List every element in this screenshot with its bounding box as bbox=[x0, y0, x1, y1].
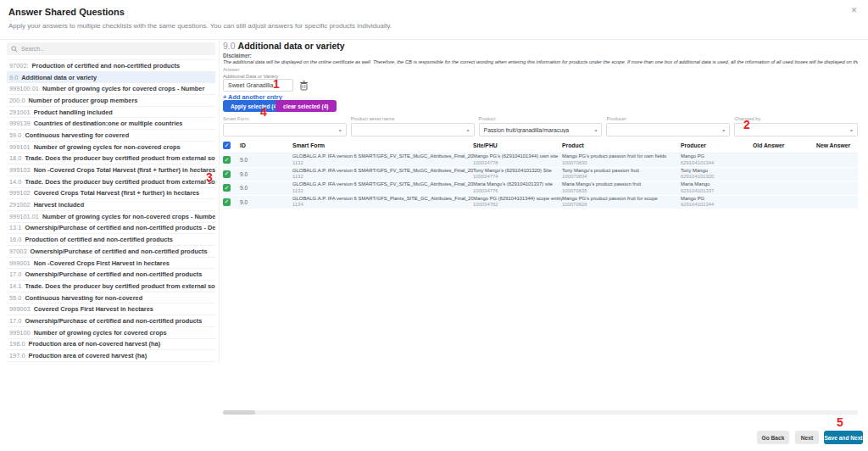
sidebar-question-item[interactable]: 55.0 Continuous harvesting for non-cover… bbox=[7, 292, 215, 304]
question-label: Number of growing cycles for covered cro… bbox=[34, 329, 167, 337]
cell-smart-form: GLOBALG.A.P. IFA version 6 SMART/GFS_FV_… bbox=[292, 168, 473, 174]
sidebar-question-item[interactable]: 13.1 Ownership/Purchase of certified and… bbox=[7, 223, 215, 235]
question-sidebar: 97002: Production of certified and non-c… bbox=[7, 42, 215, 362]
clear-selected-button[interactable]: clear selected (4) bbox=[275, 100, 337, 112]
sidebar-question-item[interactable]: 999102 Covered Crops Total Harvest (firs… bbox=[7, 188, 215, 200]
column-header: Producer bbox=[681, 142, 753, 148]
cell-smart-form-id: 1132 bbox=[292, 188, 473, 194]
sidebar-question-item[interactable]: 999103 Non -Covered Crops Total Harvest … bbox=[7, 164, 215, 176]
question-id: 999101 bbox=[9, 143, 31, 151]
cell-site-id: 100034778 bbox=[473, 160, 562, 166]
cell-producer: Mango PG bbox=[681, 196, 753, 202]
chevron-down-icon: ▾ bbox=[594, 127, 597, 133]
sidebar-question-item[interactable]: 999001 Non -Covered Crops First Harvest … bbox=[7, 258, 215, 270]
question-label: Non -Covered Crops Total Harvest (first … bbox=[34, 166, 215, 174]
cell-producer-id: 629104101344 bbox=[681, 202, 753, 208]
question-id: 13.1 bbox=[9, 224, 21, 231]
filter-select[interactable]: ▾ bbox=[351, 123, 475, 136]
sidebar-question-item[interactable]: 18.0 Trade. Does the producer buy certif… bbox=[7, 153, 215, 165]
next-button[interactable]: Next bbox=[795, 431, 819, 444]
chevron-down-icon: ▾ bbox=[850, 127, 853, 133]
filter-label: Smart Form bbox=[223, 116, 347, 121]
filter-label: Producer bbox=[606, 116, 730, 121]
cell-product: Maria Mango's product passion fruit bbox=[562, 181, 681, 187]
search-box[interactable] bbox=[7, 42, 215, 55]
filter-select[interactable]: ▾ bbox=[734, 123, 858, 136]
main-panel: 9.0Additional data or variety Disclaimer… bbox=[223, 41, 858, 422]
sidebar-question-item[interactable]: 14.0 Trade. Does the producer buy certif… bbox=[7, 176, 215, 188]
row-checkbox[interactable]: ✓ bbox=[223, 198, 231, 206]
sidebar-question-item[interactable]: 999100.01 Number of growing cycles for c… bbox=[7, 83, 215, 95]
annotation-3: 3 bbox=[206, 170, 213, 184]
row-checkbox[interactable]: ✓ bbox=[223, 184, 231, 192]
sidebar-question-item[interactable]: 999139 Countries of destination:one or m… bbox=[7, 118, 215, 130]
question-id: 97003 bbox=[9, 248, 27, 255]
horizontal-scrollbar[interactable] bbox=[223, 410, 858, 415]
close-icon[interactable]: × bbox=[851, 4, 857, 16]
question-title-text: Additional data or variety bbox=[238, 41, 345, 51]
cell-product-id: 100070835 bbox=[562, 188, 681, 194]
question-label: Production area of covered harvest (ha) bbox=[29, 352, 147, 359]
sidebar-question-item[interactable]: 17.0 Ownership/Purchase of certified and… bbox=[7, 269, 215, 281]
question-title: 9.0Additional data or variety bbox=[223, 41, 345, 51]
sidebar-question-item[interactable]: 198.0 Production area of non-covered har… bbox=[7, 339, 215, 351]
sidebar-question-item[interactable]: 999101 Number of growing cycles for non-… bbox=[7, 142, 215, 153]
filter-select[interactable]: ▾ bbox=[606, 123, 730, 136]
filter-select[interactable]: ▾ bbox=[223, 123, 347, 136]
question-label: Product handling included bbox=[34, 109, 113, 116]
cell-smart-form: GLOBALG.A.P. IFA version 6 SMART/GFS_Pla… bbox=[292, 196, 473, 202]
search-input[interactable] bbox=[21, 46, 191, 52]
sidebar-question-item[interactable]: 999101.01 Number of growing cycles for n… bbox=[7, 211, 215, 223]
cell-id: 9.0 bbox=[240, 199, 292, 205]
sidebar-question-item[interactable]: 97002: Production of certified and non-c… bbox=[7, 60, 215, 72]
cell-product: Mango PG's product passion fruit for sco… bbox=[562, 196, 681, 202]
question-label: Production of certified and non-certifie… bbox=[32, 62, 181, 70]
question-id: 999103 bbox=[9, 166, 31, 174]
table-row[interactable]: ✓ 9.0 GLOBALG.A.P. IFA version 6 SMART/G… bbox=[223, 181, 858, 196]
filter-value: Passion fruit/granadilla/maracuya bbox=[484, 127, 570, 133]
row-checkbox[interactable]: ✓ bbox=[223, 170, 231, 178]
sidebar-question-item[interactable]: 999100 Number of growing cycles for cove… bbox=[7, 327, 215, 339]
cell-id: 9.0 bbox=[240, 171, 292, 177]
cell-product-id: 100070828 bbox=[562, 202, 681, 208]
cell-producer-id: 629104101320 bbox=[681, 174, 753, 180]
question-id: 999102 bbox=[9, 189, 31, 197]
sidebar-question-item[interactable]: 200.0 Number of producer group members bbox=[7, 95, 215, 107]
table-row[interactable]: ✓ 9.0 GLOBALG.A.P. IFA version 6 SMART/G… bbox=[223, 196, 858, 210]
question-id: 999100 bbox=[9, 329, 31, 337]
question-id: 55.0 bbox=[9, 294, 21, 302]
filter-row: Smart Form ▾ Product asset name ▾ Produc… bbox=[223, 116, 858, 136]
scrollbar-thumb[interactable] bbox=[223, 410, 255, 415]
filter-dropdown: Product asset name ▾ bbox=[351, 116, 475, 136]
sidebar-question-item[interactable]: 59.0 Continuous harvesting for covered bbox=[7, 130, 215, 142]
sidebar-question-item[interactable]: 291001 Product handling included bbox=[7, 107, 215, 119]
sidebar-question-item[interactable]: 14.1 Trade. Does the producer buy certif… bbox=[7, 281, 215, 292]
save-and-next-button[interactable]: Save and Next bbox=[824, 431, 863, 444]
cell-smart-form-id: 1132 bbox=[292, 174, 473, 180]
table-row[interactable]: ✓ 9.0 GLOBALG.A.P. IFA version 6 SMART/G… bbox=[223, 168, 858, 182]
sidebar-question-item[interactable]: 17.0 Ownership/Purchase of certified and… bbox=[7, 315, 215, 327]
question-label: Additional data or variety bbox=[21, 74, 97, 81]
column-header: Site/PHU bbox=[473, 142, 562, 148]
cell-id: 9.0 bbox=[240, 185, 292, 191]
delete-entry-button[interactable] bbox=[299, 81, 309, 91]
cell-product: Mango PG's product passion fruit for own… bbox=[562, 153, 681, 159]
cell-site: Mango PG's (629104101344) own site bbox=[473, 153, 562, 159]
cell-site-id: 100034782 bbox=[473, 202, 562, 208]
table-body: ✓ 9.0 GLOBALG.A.P. IFA version 6 SMART/G… bbox=[223, 153, 858, 209]
question-label: Covered Crops Total Harvest (first + fur… bbox=[34, 189, 200, 197]
question-id: 999139 bbox=[9, 120, 31, 127]
row-checkbox[interactable]: ✓ bbox=[223, 156, 231, 164]
sidebar-question-item[interactable]: 97003 Ownership/Purchase of certified an… bbox=[7, 246, 215, 258]
filter-select[interactable]: Passion fruit/granadilla/maracuya ▾ bbox=[479, 123, 603, 136]
select-all-checkbox[interactable]: ✓ bbox=[223, 142, 231, 149]
sidebar-question-item[interactable]: 291002 Harvest included bbox=[7, 199, 215, 211]
sidebar-question-item[interactable]: 9.0 Additional data or variety bbox=[7, 72, 215, 84]
additional-data-input[interactable] bbox=[223, 79, 293, 92]
table-row[interactable]: ✓ 9.0 GLOBALG.A.P. IFA version 6 SMART/G… bbox=[223, 153, 858, 168]
sidebar-question-item[interactable]: 16.0 Production of certified and non-cer… bbox=[7, 234, 215, 246]
sidebar-question-item[interactable]: 999003 Covered Crops First Harvest in he… bbox=[7, 303, 215, 315]
question-id: 999101.01 bbox=[9, 213, 39, 220]
go-back-button[interactable]: Go Back bbox=[757, 431, 789, 444]
sidebar-question-item[interactable]: 197.0 Production area of covered harvest… bbox=[7, 350, 215, 362]
